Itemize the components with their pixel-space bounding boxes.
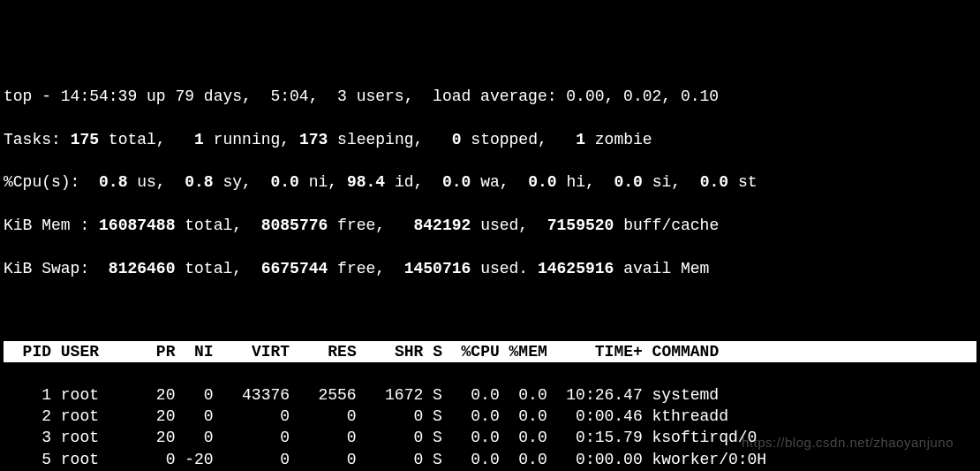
summary-line-cpu: %Cpu(s): 0.8 us, 0.8 sy, 0.0 ni, 98.4 id… bbox=[4, 171, 976, 193]
col-s: S bbox=[423, 343, 442, 361]
col-pr: PR bbox=[137, 343, 175, 361]
col-res: RES bbox=[290, 343, 357, 361]
watermark: https://blog.csdn.net/zhaoyanjuno bbox=[742, 434, 954, 452]
process-row[interactable]: 2 root 20 0 0 0 0 S 0.0 0.0 0:00.46 kthr… bbox=[4, 406, 976, 427]
process-row[interactable]: 5 root 0 -20 0 0 0 S 0.0 0.0 0:00.00 kwo… bbox=[4, 449, 976, 470]
summary-line-tasks: Tasks: 175 total, 1 running, 173 sleepin… bbox=[4, 129, 976, 150]
top-output: top - 14:54:39 up 79 days, 5:04, 3 users… bbox=[0, 65, 980, 471]
col-virt: VIRT bbox=[214, 343, 290, 361]
col-ni: NI bbox=[175, 343, 213, 361]
process-list: 1 root 20 0 43376 2556 1672 S 0.0 0.0 10… bbox=[4, 384, 976, 471]
process-row[interactable]: 1 root 20 0 43376 2556 1672 S 0.0 0.0 10… bbox=[4, 384, 976, 406]
summary-line-mem: KiB Mem : 16087488 total, 8085776 free, … bbox=[4, 215, 976, 236]
col-shr: SHR bbox=[357, 343, 424, 361]
col-user: USER bbox=[51, 343, 137, 361]
summary-line-uptime: top - 14:54:39 up 79 days, 5:04, 3 users… bbox=[4, 86, 976, 107]
col-mem: %MEM bbox=[500, 343, 547, 361]
process-table-header[interactable]: PID USER PR NI VIRT RES SHR S %CPU %MEM … bbox=[4, 341, 976, 362]
col-cpu: %CPU bbox=[442, 343, 500, 361]
summary-line-swap: KiB Swap: 8126460 total, 6675744 free, 1… bbox=[4, 258, 976, 279]
col-command: COMMAND bbox=[643, 343, 786, 361]
blank-line bbox=[4, 300, 976, 320]
col-time: TIME+ bbox=[547, 343, 643, 361]
col-pid: PID bbox=[4, 343, 51, 361]
